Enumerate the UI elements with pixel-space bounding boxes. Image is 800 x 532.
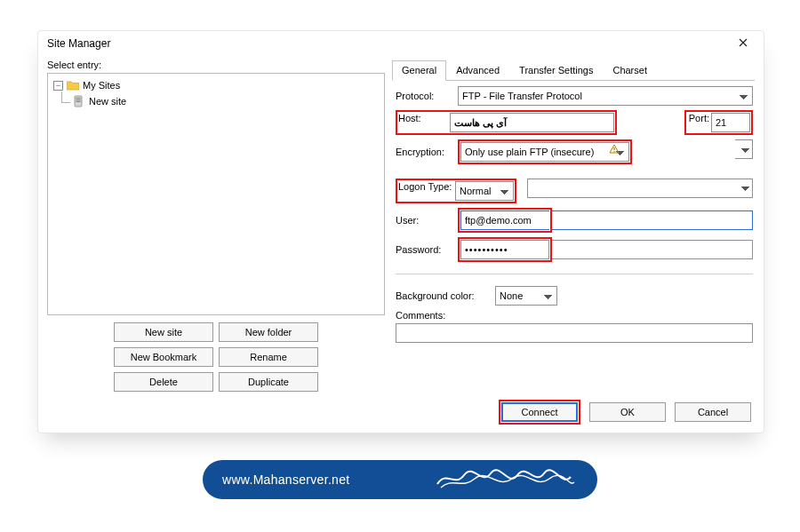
new-site-button[interactable]: New site [114, 322, 213, 342]
host-input[interactable] [450, 113, 614, 132]
user-label: User: [396, 215, 452, 226]
user-highlight [458, 208, 552, 233]
collapse-icon[interactable]: − [53, 81, 63, 91]
window-title: Site Manager [47, 37, 728, 50]
password-row: Password: [396, 237, 753, 262]
comments-label: Comments: [396, 310, 753, 321]
general-form: Protocol: FTP - File Transfer Protocol H… [392, 81, 755, 343]
titlebar: Site Manager [38, 31, 764, 56]
close-button[interactable] [728, 34, 758, 53]
ok-button[interactable]: OK [589, 402, 666, 422]
connect-highlight: Connect [499, 400, 580, 425]
chevron-down-icon [736, 179, 752, 197]
entry-tree[interactable]: − My Sites New site [47, 73, 385, 315]
bgcolor-select[interactable]: None [495, 286, 557, 306]
user-row: User: [396, 208, 753, 233]
protocol-row: Protocol: FTP - File Transfer Protocol [396, 86, 753, 106]
separator [396, 274, 753, 274]
tree-child-label: New site [89, 96, 126, 107]
select-entry-label: Select entry: [47, 60, 385, 70]
logon-highlight: Logon Type: Normal [396, 179, 516, 203]
port-label: Port: [687, 113, 711, 132]
logon-select[interactable]: Normal [455, 181, 514, 201]
protocol-label: Protocol: [396, 91, 452, 101]
encryption-label: Encryption: [396, 147, 452, 157]
host-highlight: Host: [396, 110, 617, 135]
banner-logo [436, 468, 578, 491]
tree-root-row[interactable]: − My Sites [53, 77, 379, 93]
comments-textarea[interactable] [396, 323, 753, 343]
new-folder-button[interactable]: New folder [219, 322, 318, 342]
port-highlight: Port: [684, 110, 753, 135]
encryption-select[interactable]: Only use plain FTP (insecure) [460, 142, 629, 162]
rename-button[interactable]: Rename [219, 347, 318, 367]
protocol-select[interactable]: FTP - File Transfer Protocol [458, 86, 753, 106]
cancel-button[interactable]: Cancel [675, 402, 751, 422]
footer: Connect OK Cancel [38, 399, 764, 433]
warning-icon [609, 144, 620, 155]
site-manager-window: Site Manager Select entry: − My Sites [37, 30, 764, 433]
svg-rect-3 [76, 101, 81, 102]
banner-url: www.Mahanserver.net [222, 472, 349, 487]
logon-label: Logon Type: [398, 181, 455, 201]
password-input-extension[interactable] [552, 240, 753, 259]
tree-root-label: My Sites [83, 80, 120, 91]
tab-strip: General Advanced Transfer Settings Chars… [392, 60, 755, 81]
user-input-extension[interactable] [552, 210, 753, 230]
password-label: Password: [396, 244, 452, 255]
watermark-banner: www.Mahanserver.net [203, 460, 597, 499]
tab-transfer[interactable]: Transfer Settings [509, 60, 603, 81]
left-button-grid: New site New folder New Bookmark Rename … [47, 315, 385, 399]
svg-rect-5 [613, 151, 614, 152]
right-pane: General Advanced Transfer Settings Chars… [392, 60, 755, 399]
password-input[interactable] [460, 240, 549, 259]
tab-charset[interactable]: Charset [603, 60, 657, 81]
encryption-row: Encryption: Only use plain FTP (insecure… [396, 139, 753, 164]
logon-row: Logon Type: Normal [396, 179, 753, 203]
encryption-highlight: Only use plain FTP (insecure) [458, 139, 632, 164]
logon-select-extension[interactable] [527, 179, 753, 198]
port-input[interactable] [711, 113, 750, 132]
new-bookmark-button[interactable]: New Bookmark [114, 347, 213, 367]
delete-button[interactable]: Delete [114, 372, 213, 392]
user-input[interactable] [460, 210, 549, 230]
server-icon [73, 95, 85, 107]
bgcolor-label: Background color: [396, 290, 490, 301]
close-icon [739, 38, 748, 49]
left-pane: Select entry: − My Sites New site N [47, 60, 385, 399]
password-highlight [458, 237, 552, 262]
content-area: Select entry: − My Sites New site N [38, 56, 764, 399]
tab-advanced[interactable]: Advanced [446, 60, 509, 81]
encryption-dropdown-arrow[interactable] [735, 139, 753, 159]
svg-rect-4 [613, 147, 614, 150]
host-label: Host: [398, 113, 450, 132]
comments-row: Comments: [396, 310, 753, 343]
bgcolor-row: Background color: None [396, 286, 753, 306]
svg-rect-1 [76, 98, 81, 99]
host-row: Host: Port: [396, 110, 753, 135]
tab-general[interactable]: General [392, 60, 446, 81]
svg-rect-2 [76, 99, 81, 100]
duplicate-button[interactable]: Duplicate [219, 372, 318, 392]
folder-icon [67, 80, 79, 91]
connect-button[interactable]: Connect [501, 402, 578, 422]
tree-child-row[interactable]: New site [53, 93, 379, 109]
